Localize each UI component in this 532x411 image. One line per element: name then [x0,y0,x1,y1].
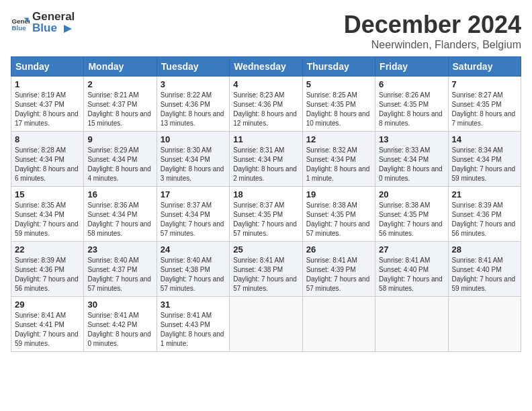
day-number: 25 [233,244,298,255]
cell-content: Sunrise: 8:36 AMSunset: 4:34 PMDaylight:… [87,201,152,238]
cell-content: Sunrise: 8:41 AMSunset: 4:40 PMDaylight:… [452,256,517,293]
calendar-week-row: 15Sunrise: 8:35 AMSunset: 4:34 PMDayligh… [11,187,521,242]
calendar-cell: 24Sunrise: 8:40 AMSunset: 4:38 PMDayligh… [157,242,229,297]
cell-content: Sunrise: 8:27 AMSunset: 4:35 PMDaylight:… [452,91,517,128]
calendar-cell: 12Sunrise: 8:32 AMSunset: 4:34 PMDayligh… [302,132,375,187]
day-number: 8 [15,134,80,144]
calendar-week-row: 8Sunrise: 8:28 AMSunset: 4:34 PMDaylight… [11,132,521,187]
day-number: 21 [452,189,517,199]
day-number: 28 [452,244,517,255]
cell-content: Sunrise: 8:23 AMSunset: 4:36 PMDaylight:… [233,91,298,128]
day-number: 30 [87,300,152,310]
cell-content: Sunrise: 8:22 AMSunset: 4:36 PMDaylight:… [161,91,226,128]
cell-content: Sunrise: 8:33 AMSunset: 4:34 PMDaylight:… [379,146,444,183]
day-number: 14 [452,134,517,144]
day-number: 1 [15,79,80,89]
calendar-cell: 11Sunrise: 8:31 AMSunset: 4:34 PMDayligh… [230,132,302,187]
header-day-monday: Monday [84,57,157,77]
header: General Blue General Blue December 2024 … [11,11,521,51]
calendar-cell: 7Sunrise: 8:27 AMSunset: 4:35 PMDaylight… [448,77,521,132]
day-number: 11 [233,134,298,144]
calendar-cell: 5Sunrise: 8:25 AMSunset: 4:35 PMDaylight… [302,77,375,132]
cell-content: Sunrise: 8:34 AMSunset: 4:34 PMDaylight:… [452,146,517,183]
calendar-cell: 16Sunrise: 8:36 AMSunset: 4:34 PMDayligh… [84,187,157,242]
day-number: 23 [87,244,152,255]
cell-content: Sunrise: 8:41 AMSunset: 4:41 PMDaylight:… [15,311,80,349]
logo-icon: General Blue [11,14,30,33]
logo-blue: Blue [32,21,57,34]
cell-content: Sunrise: 8:21 AMSunset: 4:37 PMDaylight:… [87,91,152,128]
calendar-cell: 6Sunrise: 8:26 AMSunset: 4:35 PMDaylight… [375,77,448,132]
cell-content: Sunrise: 8:41 AMSunset: 4:40 PMDaylight:… [379,256,444,293]
cell-content: Sunrise: 8:40 AMSunset: 4:38 PMDaylight:… [161,256,226,293]
calendar-cell: 31Sunrise: 8:41 AMSunset: 4:43 PMDayligh… [157,297,229,352]
cell-content: Sunrise: 8:31 AMSunset: 4:34 PMDaylight:… [233,146,298,183]
cell-content: Sunrise: 8:32 AMSunset: 4:34 PMDaylight:… [306,146,371,183]
calendar-cell: 19Sunrise: 8:38 AMSunset: 4:35 PMDayligh… [302,187,375,242]
day-number: 15 [15,189,80,199]
day-number: 13 [379,134,444,144]
calendar-cell [375,297,448,352]
header-day-thursday: Thursday [302,57,375,77]
cell-content: Sunrise: 8:19 AMSunset: 4:37 PMDaylight:… [15,91,80,128]
calendar-cell: 1Sunrise: 8:19 AMSunset: 4:37 PMDaylight… [11,77,84,132]
cell-content: Sunrise: 8:40 AMSunset: 4:37 PMDaylight:… [87,256,152,293]
cell-content: Sunrise: 8:38 AMSunset: 4:35 PMDaylight:… [306,201,371,238]
day-number: 3 [161,79,226,89]
cell-content: Sunrise: 8:37 AMSunset: 4:35 PMDaylight:… [233,201,298,238]
calendar-cell: 15Sunrise: 8:35 AMSunset: 4:34 PMDayligh… [11,187,84,242]
day-number: 18 [233,189,298,199]
cell-content: Sunrise: 8:26 AMSunset: 4:35 PMDaylight:… [379,91,444,128]
cell-content: Sunrise: 8:39 AMSunset: 4:36 PMDaylight:… [452,201,517,238]
header-day-friday: Friday [375,57,448,77]
day-number: 19 [306,189,371,199]
logo-chevron-icon [61,22,75,36]
day-number: 10 [161,134,226,144]
cell-content: Sunrise: 8:41 AMSunset: 4:39 PMDaylight:… [306,256,371,293]
calendar-cell: 3Sunrise: 8:22 AMSunset: 4:36 PMDaylight… [157,77,229,132]
day-number: 16 [87,189,152,199]
day-number: 31 [161,300,226,310]
calendar-cell: 18Sunrise: 8:37 AMSunset: 4:35 PMDayligh… [230,187,302,242]
calendar-cell: 20Sunrise: 8:38 AMSunset: 4:35 PMDayligh… [375,187,448,242]
header-day-saturday: Saturday [448,57,521,77]
calendar-week-row: 22Sunrise: 8:39 AMSunset: 4:36 PMDayligh… [11,242,521,297]
day-number: 20 [379,189,444,199]
day-number: 2 [87,79,152,89]
calendar-cell: 25Sunrise: 8:41 AMSunset: 4:38 PMDayligh… [230,242,302,297]
calendar-week-row: 1Sunrise: 8:19 AMSunset: 4:37 PMDaylight… [11,77,521,132]
title-area: December 2024 Neerwinden, Flanders, Belg… [344,11,521,51]
header-day-tuesday: Tuesday [157,57,229,77]
calendar-cell: 22Sunrise: 8:39 AMSunset: 4:36 PMDayligh… [11,242,84,297]
calendar-header-row: SundayMondayTuesdayWednesdayThursdayFrid… [11,57,521,77]
month-title: December 2024 [344,11,521,39]
calendar-cell: 21Sunrise: 8:39 AMSunset: 4:36 PMDayligh… [448,187,521,242]
location-title: Neerwinden, Flanders, Belgium [344,39,521,51]
calendar-cell: 30Sunrise: 8:41 AMSunset: 4:42 PMDayligh… [84,297,157,352]
calendar-week-row: 29Sunrise: 8:41 AMSunset: 4:41 PMDayligh… [11,297,521,352]
header-day-sunday: Sunday [11,57,84,77]
day-number: 27 [379,244,444,255]
day-number: 22 [15,244,80,255]
cell-content: Sunrise: 8:29 AMSunset: 4:34 PMDaylight:… [87,146,152,183]
cell-content: Sunrise: 8:41 AMSunset: 4:38 PMDaylight:… [233,256,298,293]
calendar-cell: 29Sunrise: 8:41 AMSunset: 4:41 PMDayligh… [11,297,84,352]
calendar-cell: 23Sunrise: 8:40 AMSunset: 4:37 PMDayligh… [84,242,157,297]
cell-content: Sunrise: 8:38 AMSunset: 4:35 PMDaylight:… [379,201,444,238]
day-number: 6 [379,79,444,89]
calendar-cell: 28Sunrise: 8:41 AMSunset: 4:40 PMDayligh… [448,242,521,297]
logo-general: General [32,10,75,23]
day-number: 17 [161,189,226,199]
calendar-cell [448,297,521,352]
calendar-cell [302,297,375,352]
day-number: 9 [87,134,152,144]
calendar-cell: 13Sunrise: 8:33 AMSunset: 4:34 PMDayligh… [375,132,448,187]
calendar-cell: 27Sunrise: 8:41 AMSunset: 4:40 PMDayligh… [375,242,448,297]
cell-content: Sunrise: 8:28 AMSunset: 4:34 PMDaylight:… [15,146,80,183]
cell-content: Sunrise: 8:25 AMSunset: 4:35 PMDaylight:… [306,91,371,128]
day-number: 7 [452,79,517,89]
cell-content: Sunrise: 8:35 AMSunset: 4:34 PMDaylight:… [15,201,80,238]
calendar-cell: 10Sunrise: 8:30 AMSunset: 4:34 PMDayligh… [157,132,229,187]
svg-text:Blue: Blue [11,24,26,31]
day-number: 4 [233,79,298,89]
